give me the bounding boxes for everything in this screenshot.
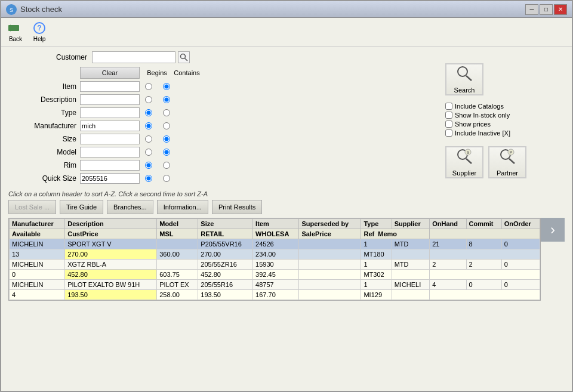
- radio-begins-input-6[interactable]: [145, 162, 152, 169]
- sub-cell-saleprice: [299, 249, 361, 260]
- cell-onorder: 0: [501, 239, 540, 249]
- sub-col-empty: [430, 229, 540, 239]
- field-input-col-6: [80, 160, 140, 171]
- svg-point-8: [458, 67, 467, 76]
- col-superseded[interactable]: Superseded by: [299, 219, 361, 229]
- table-row[interactable]: MICHELIN SPORT XGT V P205/55VR16 24526 1…: [10, 239, 540, 249]
- customer-row: Customer: [56, 51, 438, 63]
- cell-size: 205/55R16: [198, 280, 253, 290]
- radio-begins-7: [140, 175, 158, 182]
- back-button[interactable]: Back: [6, 20, 25, 44]
- cell-superseded: [299, 260, 361, 270]
- print-results-button[interactable]: Print Results: [212, 200, 262, 214]
- maximize-button[interactable]: □: [540, 4, 553, 15]
- col-onhand[interactable]: OnHand: [430, 219, 466, 229]
- radio-contains-input-5[interactable]: [163, 149, 170, 156]
- col-description[interactable]: Description: [65, 219, 157, 229]
- checkbox-2[interactable]: [445, 121, 452, 128]
- checkbox-3[interactable]: [445, 129, 452, 137]
- table-sub-row[interactable]: 0 452.80 603.75 452.80 392.45 MT302: [10, 270, 540, 280]
- radio-begins-input-1[interactable]: [145, 96, 152, 103]
- radio-begins-input-5[interactable]: [145, 149, 152, 156]
- field-label-1: Description: [8, 95, 80, 104]
- begins-contains-headers: Begins Contains: [142, 69, 202, 76]
- radio-contains-input-2[interactable]: [163, 109, 170, 116]
- field-input-quick size[interactable]: [80, 173, 140, 184]
- field-input-model[interactable]: [80, 147, 140, 158]
- checkbox-label-2: Show prices: [455, 121, 491, 128]
- results-table-container[interactable]: Manufacturer Description Model Size Item…: [8, 218, 541, 301]
- sub-cell-saleprice: [299, 270, 361, 280]
- sub-col-wholesa[interactable]: WHOLESA: [253, 229, 299, 239]
- cell-type: 1: [361, 260, 392, 270]
- radio-begins-input-7[interactable]: [145, 175, 152, 182]
- radio-begins-input-4[interactable]: [145, 135, 152, 143]
- col-type[interactable]: Type: [361, 219, 392, 229]
- table-sub-row[interactable]: 4 193.50 258.00 193.50 167.70 MI129: [10, 290, 540, 300]
- radio-begins-input-0[interactable]: [145, 83, 152, 90]
- svg-text:P: P: [510, 150, 513, 155]
- cell-size: 205/55ZR16: [198, 260, 253, 270]
- supplier-button[interactable]: S Supplier: [445, 146, 483, 178]
- sub-cell-custprice: 452.80: [65, 270, 157, 280]
- field-input-rim[interactable]: [80, 160, 140, 171]
- field-row-item: Item: [8, 81, 438, 92]
- search-button[interactable]: Search: [445, 63, 483, 95]
- checkbox-1[interactable]: [445, 112, 452, 119]
- col-item[interactable]: Item: [253, 219, 299, 229]
- col-manufacturer[interactable]: Manufacturer: [10, 219, 65, 229]
- tire-guide-button[interactable]: Tire Guide: [60, 200, 103, 214]
- help-button[interactable]: ? Help: [30, 20, 49, 44]
- information-button[interactable]: Information...: [157, 200, 208, 214]
- customer-search-icon[interactable]: [178, 51, 190, 63]
- col-supplier[interactable]: Supplier: [392, 219, 430, 229]
- minimize-button[interactable]: ─: [525, 4, 538, 15]
- cell-description: XGTZ RBL-A: [65, 260, 157, 270]
- radio-contains-input-4[interactable]: [163, 135, 170, 143]
- table-row[interactable]: MICHELIN XGTZ RBL-A 205/55ZR16 15930 1 M…: [10, 260, 540, 270]
- field-input-manufacturer[interactable]: [80, 121, 140, 131]
- customer-input[interactable]: [92, 51, 175, 63]
- sub-cell-retail: 452.80: [198, 270, 253, 280]
- cell-description: PILOT EXALTO BW 91H: [65, 280, 157, 290]
- svg-line-15: [509, 159, 515, 163]
- radio-contains-input-1[interactable]: [163, 96, 170, 103]
- sub-col-available[interactable]: Available: [10, 229, 65, 239]
- col-commit[interactable]: Commit: [466, 219, 501, 229]
- sub-col-custprice[interactable]: CustPrice: [65, 229, 157, 239]
- radio-contains-input-7[interactable]: [163, 175, 170, 182]
- next-button[interactable]: ›: [541, 218, 565, 242]
- col-size[interactable]: Size: [198, 219, 253, 229]
- branches-button[interactable]: Branches...: [107, 200, 153, 214]
- cell-model: [157, 260, 198, 270]
- col-model[interactable]: Model: [157, 219, 198, 229]
- cell-commit: 2: [466, 260, 501, 270]
- checkbox-label-0: Include Catalogs: [455, 103, 504, 110]
- field-input-item[interactable]: [80, 81, 140, 92]
- title-bar: S Stock check ─ □ ✕: [1, 1, 572, 18]
- checkbox-0[interactable]: [445, 103, 452, 110]
- results-table: Manufacturer Description Model Size Item…: [9, 218, 540, 300]
- sub-col-msl[interactable]: MSL: [157, 229, 198, 239]
- field-input-type[interactable]: [80, 107, 140, 118]
- col-onorder[interactable]: OnOrder: [501, 219, 540, 229]
- checkbox-label-3: Include Inactive [X]: [455, 129, 510, 137]
- lost-sale-button[interactable]: Lost Sale ...: [8, 200, 56, 214]
- table-sub-row[interactable]: 13 270.00 360.00 270.00 234.00 MT180: [10, 249, 540, 260]
- partner-button[interactable]: P Partner: [488, 146, 526, 178]
- radio-contains-4: [158, 135, 175, 143]
- field-input-size[interactable]: [80, 134, 140, 144]
- close-button[interactable]: ✕: [554, 4, 567, 15]
- field-input-description[interactable]: [80, 94, 140, 105]
- clear-button[interactable]: Clear: [80, 67, 140, 79]
- cell-model: PILOT EX: [157, 280, 198, 290]
- sub-col-retail[interactable]: RETAIL: [198, 229, 253, 239]
- radio-contains-input-6[interactable]: [163, 162, 170, 169]
- radio-begins-input-2[interactable]: [145, 109, 152, 116]
- radio-contains-input-3[interactable]: [163, 122, 170, 129]
- cell-model: [157, 239, 198, 249]
- table-row[interactable]: MICHELIN PILOT EXALTO BW 91H PILOT EX 20…: [10, 280, 540, 290]
- radio-contains-input-0[interactable]: [163, 83, 170, 90]
- radio-begins-input-3[interactable]: [145, 122, 152, 129]
- sub-col-saleprice[interactable]: SalePrice: [299, 229, 361, 239]
